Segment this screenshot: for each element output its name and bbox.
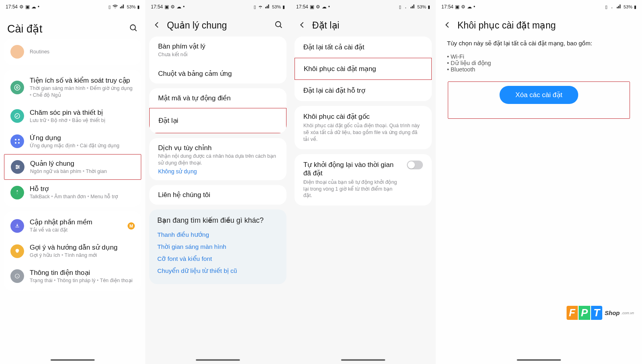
status-cloud-icon: ☁ bbox=[467, 4, 472, 10]
item-reset-all[interactable]: Đặt lại tất cả cài đặt bbox=[295, 37, 432, 58]
settings-item-device-care[interactable]: Chăm sóc pin và thiết bị Lưu trữBộ nhớBả… bbox=[4, 104, 141, 129]
item-physical-keyboard[interactable]: Bàn phím vật lý Chưa kết nối bbox=[149, 37, 286, 64]
status-gear-icon: ⚙ bbox=[316, 4, 320, 10]
group-reset-options: Đặt lại tất cả cài đặt Khôi phục cài đặt… bbox=[295, 37, 432, 101]
logo-shop: Shop bbox=[605, 309, 620, 316]
status-bar: 17:54 ▣ ⚙ ☁ • ▯ 53% ▮ bbox=[436, 0, 642, 12]
settings-item-accessibility[interactable]: Hỗ trợ TalkBackÂm thanh đơnMenu hỗ trợ bbox=[4, 180, 141, 205]
status-time: 17:54 bbox=[151, 4, 163, 10]
item-sub: Gợi ý hữu íchTính năng mới bbox=[30, 252, 135, 259]
battery-icon: ▯ bbox=[399, 4, 401, 10]
status-bar: 17:54 ▣ ⚙ ☁ • ▯ 53% ▮ bbox=[145, 0, 291, 12]
svg-point-13 bbox=[18, 167, 19, 168]
page-title: Đặt lại bbox=[312, 20, 429, 31]
suggest-link-nav-bar[interactable]: Thanh điều hướng bbox=[157, 229, 278, 241]
item-link: Không sử dụng bbox=[158, 168, 278, 175]
suggestions-card: Bạn đang tìm kiếm điều gì khác? Thanh đi… bbox=[149, 209, 286, 284]
status-dot-icon: • bbox=[38, 4, 39, 10]
wifi-icon bbox=[403, 4, 408, 10]
item-title: Đặt lại bbox=[158, 116, 277, 125]
reset-settings-button[interactable]: Xóa các cài đặt bbox=[500, 86, 579, 104]
wifi-icon bbox=[258, 4, 263, 10]
status-cloud-icon: ☁ bbox=[31, 4, 36, 10]
general-icon bbox=[11, 160, 24, 174]
logo-t: T bbox=[591, 306, 602, 320]
settings-item-general[interactable]: Quản lý chung Ngôn ngữ và bàn phímThời g… bbox=[4, 154, 141, 180]
settings-item-software-update[interactable]: Cập nhật phần mềm Tải về và cài đặt M bbox=[4, 213, 141, 238]
svg-point-7 bbox=[15, 142, 16, 144]
nav-indicator[interactable] bbox=[517, 359, 561, 361]
settings-item-apps[interactable]: Ứng dụng Ứng dụng mặc địnhCài đặt ứng dụ… bbox=[4, 129, 141, 154]
screen-settings: 17:54 ⚙ ▣ ☁ • ▯ 53% ▮ Cài đặt Routi bbox=[0, 0, 145, 364]
svg-point-8 bbox=[18, 142, 20, 144]
item-passwords-autofill[interactable]: Mật mã và tự động điền bbox=[149, 88, 286, 108]
suggest-link-font[interactable]: Cỡ font và kiểu font bbox=[157, 253, 278, 265]
item-title: Dịch vụ tùy chỉnh bbox=[158, 144, 278, 152]
settings-item-partial[interactable]: Routines bbox=[4, 40, 141, 63]
nav-indicator[interactable] bbox=[341, 359, 385, 361]
suggest-link-screen-time[interactable]: Thời gian sáng màn hình bbox=[157, 241, 278, 253]
bullet-list: Wi-Fi Dữ liệu di động Bluetooth bbox=[436, 53, 642, 81]
tips-icon bbox=[10, 244, 24, 258]
auto-restart-toggle[interactable] bbox=[407, 161, 423, 169]
back-button[interactable] bbox=[152, 20, 161, 31]
battery-pct: 53% bbox=[417, 4, 426, 9]
item-sub: Trạng tháiThông tin pháp lýTên điện thoạ… bbox=[30, 277, 135, 284]
intro-text: Tùy chọn này sẽ đặt lại tất cả cài đặt m… bbox=[436, 37, 642, 53]
wellbeing-icon bbox=[10, 81, 24, 94]
item-sub: Lưu trữBộ nhớBảo vệ thiết bị bbox=[30, 117, 135, 124]
nav-indicator[interactable] bbox=[196, 359, 240, 361]
status-dot-icon: • bbox=[183, 4, 185, 10]
item-factory-reset[interactable]: Khôi phục cài đặt gốc Khôi phục cài đặt … bbox=[295, 106, 432, 149]
status-cloud-icon: ☁ bbox=[322, 4, 327, 10]
item-contact-us[interactable]: Liên hệ chúng tôi bbox=[149, 185, 286, 205]
back-button[interactable] bbox=[443, 20, 452, 31]
about-icon bbox=[10, 269, 24, 283]
header: Khôi phục cài đặt mạng bbox=[436, 12, 642, 37]
item-title: Mật mã và tự động điền bbox=[158, 94, 278, 102]
item-title: Bàn phím vật lý bbox=[158, 42, 278, 51]
item-title: Thông tin điện thoại bbox=[30, 268, 135, 277]
group-auto-restart: Tự khởi động lại vào thời gian đã đặt Đi… bbox=[295, 154, 432, 206]
item-auto-restart[interactable]: Tự khởi động lại vào thời gian đã đặt Đi… bbox=[295, 154, 432, 206]
settings-item-tips[interactable]: Gợi ý và hướng dẫn sử dụng Gợi ý hữu ích… bbox=[4, 238, 141, 264]
group-factory: Khôi phục cài đặt gốc Khôi phục cài đặt … bbox=[295, 106, 432, 149]
update-badge: M bbox=[128, 222, 135, 230]
item-title: Khôi phục cài đặt mạng bbox=[304, 65, 423, 73]
card-2: Cập nhật phần mềm Tải về và cài đặt M Gợ… bbox=[4, 211, 141, 291]
search-icon[interactable] bbox=[129, 24, 138, 34]
signal-icon bbox=[410, 4, 416, 10]
item-title: Chuột và bảng cảm ứng bbox=[158, 69, 278, 78]
partial-sub: Routines bbox=[30, 49, 49, 55]
nav-indicator[interactable] bbox=[51, 359, 95, 361]
search-icon[interactable] bbox=[274, 20, 283, 31]
settings-item-about[interactable]: Thông tin điện thoại Trạng tháiThông tin… bbox=[4, 264, 141, 289]
logo-p: P bbox=[579, 306, 590, 320]
suggest-link-transfer[interactable]: Chuyển dữ liệu từ thiết bị cũ bbox=[157, 265, 278, 277]
battery-bar-icon: ▮ bbox=[428, 4, 430, 10]
item-sub: Điện thoại của bạn sẽ tự động khởi động … bbox=[303, 179, 401, 199]
item-title: Đặt lại cài đặt hỗ trợ bbox=[303, 86, 423, 95]
battery-bar-icon: ▮ bbox=[634, 4, 636, 10]
item-reset-accessibility[interactable]: Đặt lại cài đặt hỗ trợ bbox=[295, 80, 432, 101]
item-mouse-trackpad[interactable]: Chuột và bảng cảm ứng bbox=[149, 64, 286, 83]
device-care-icon bbox=[10, 109, 24, 123]
item-title: Đặt lại tất cả cài đặt bbox=[303, 43, 423, 51]
accessibility-icon bbox=[10, 186, 24, 199]
svg-line-1 bbox=[135, 29, 137, 31]
screen-reset-network: 17:54 ▣ ⚙ ☁ • ▯ 53% ▮ Khôi phục cài đặt … bbox=[436, 0, 642, 364]
back-button[interactable] bbox=[298, 20, 307, 31]
bullet-mobile-data: Dữ liệu di động bbox=[447, 60, 631, 66]
group-custom: Dịch vụ tùy chỉnh Nhận nội dung được cá … bbox=[149, 138, 286, 180]
item-reset-network[interactable]: Khôi phục cài đặt mạng bbox=[295, 58, 432, 80]
signal-icon bbox=[616, 4, 622, 10]
card-1: Tiện ích số và kiểm soát truy cập Thời g… bbox=[4, 70, 141, 207]
item-customization-service[interactable]: Dịch vụ tùy chỉnh Nhận nội dung được cá … bbox=[149, 138, 286, 180]
svg-point-3 bbox=[16, 87, 18, 89]
settings-item-digital-wellbeing[interactable]: Tiện ích số và kiểm soát truy cập Thời g… bbox=[4, 71, 141, 104]
header: Cài đặt bbox=[0, 12, 145, 41]
status-dot-icon: • bbox=[473, 4, 475, 10]
card-partial: Routines bbox=[4, 39, 141, 65]
item-reset[interactable]: Đặt lại bbox=[149, 108, 286, 133]
svg-point-12 bbox=[16, 165, 18, 166]
